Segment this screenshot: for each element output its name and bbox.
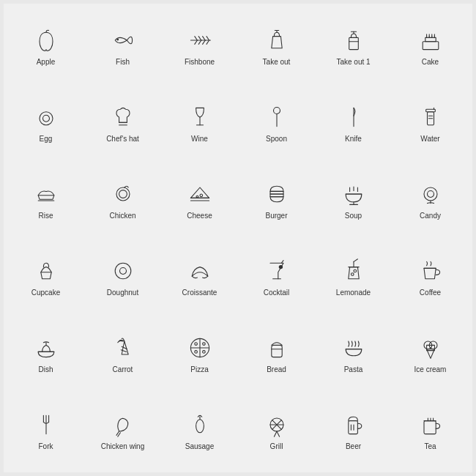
icecream-label: Ice cream	[414, 365, 447, 374]
cake-icon	[416, 26, 445, 55]
svg-rect-39	[270, 191, 283, 194]
fork-label: Fork	[39, 442, 53, 451]
cocktail-label: Cocktail	[264, 289, 290, 297]
chicken-icon	[108, 179, 138, 209]
cupcake-icon	[31, 256, 61, 286]
icon-wine: Wine	[161, 84, 238, 161]
icon-fish: Fish	[84, 7, 161, 84]
svg-point-80	[196, 419, 204, 432]
chicken-label: Chicken	[109, 212, 135, 220]
coffee-icon	[416, 256, 445, 286]
icon-icecream: Ice cream	[392, 315, 469, 392]
svg-rect-88	[348, 420, 357, 434]
beer-label: Beer	[346, 442, 361, 451]
chefshat-icon	[108, 103, 138, 132]
icon-grid: Apple Fish Fishbone	[4, 4, 472, 472]
cheese-label: Cheese	[187, 212, 212, 220]
croissante-label: Croissante	[182, 289, 217, 297]
bread-label: Bread	[267, 365, 286, 374]
burger-icon	[262, 179, 291, 209]
icon-cupcake: Cupcake	[7, 238, 84, 315]
icon-chicken: Chicken	[84, 161, 161, 238]
svg-rect-69	[271, 345, 281, 357]
svg-point-33	[116, 187, 130, 201]
icon-pasta: Pasta	[315, 315, 392, 392]
takeout1-icon	[339, 26, 368, 55]
spoon-label: Spoon	[266, 135, 287, 144]
pasta-label: Pasta	[344, 365, 363, 374]
spoon-icon	[262, 103, 291, 132]
carrot-label: Carrot	[113, 365, 133, 374]
svg-point-19	[42, 115, 49, 122]
svg-rect-28	[425, 109, 435, 112]
coffee-label: Coffee	[420, 289, 441, 297]
bread-icon	[262, 333, 291, 362]
icon-water: Water	[392, 84, 469, 161]
svg-point-37	[200, 194, 203, 197]
icon-cake: Cake	[392, 7, 469, 84]
fork-icon	[31, 410, 61, 439]
icon-takeout1: Take out 1	[315, 7, 392, 84]
chickenwing-label: Chicken wing	[101, 442, 144, 451]
soup-label: Soup	[345, 212, 362, 220]
fishbone-icon	[185, 26, 215, 55]
svg-line-3	[202, 40, 205, 44]
candy-icon	[416, 179, 445, 209]
svg-line-87	[277, 431, 280, 436]
knife-icon	[339, 103, 368, 132]
carrot-icon	[108, 333, 138, 362]
tea-icon	[416, 410, 445, 439]
beer-icon	[339, 410, 368, 439]
fish-label: Fish	[116, 58, 130, 67]
svg-point-56	[351, 272, 354, 275]
lemonade-label: Lemonade	[336, 289, 371, 297]
icon-spoon: Spoon	[238, 84, 315, 161]
svg-point-0	[116, 38, 119, 40]
svg-point-67	[194, 350, 197, 353]
icon-doughnut: Doughnut	[84, 238, 161, 315]
icon-tea: Tea	[392, 392, 469, 469]
svg-line-61	[121, 349, 126, 352]
burger-label: Burger	[265, 212, 287, 220]
svg-point-24	[273, 107, 280, 114]
svg-point-50	[278, 264, 282, 268]
svg-line-4	[198, 36, 201, 40]
svg-point-55	[354, 269, 357, 272]
icon-chickenwing: Chicken wing	[84, 392, 161, 469]
icon-cocktail: Cocktail	[238, 238, 315, 315]
icon-burger: Burger	[238, 161, 315, 238]
icon-dish: Dish	[7, 315, 84, 392]
cheese-icon	[185, 179, 215, 209]
icon-cheese: Cheese	[161, 161, 238, 238]
cocktail-icon	[262, 256, 291, 286]
water-label: Water	[420, 135, 439, 144]
svg-line-2	[202, 36, 205, 40]
pizza-icon	[185, 333, 215, 362]
grill-label: Grill	[270, 442, 283, 451]
icon-soup: Soup	[315, 161, 392, 238]
icon-pizza: Pizza	[161, 315, 238, 392]
chickenwing-icon	[108, 410, 138, 439]
icon-sausage: Sausage	[161, 392, 238, 469]
egg-label: Egg	[40, 135, 53, 144]
cake-label: Cake	[422, 58, 439, 67]
svg-line-7	[194, 40, 197, 44]
svg-rect-8	[349, 37, 358, 49]
takeout1-label: Take out 1	[336, 58, 370, 67]
doughnut-label: Doughnut	[107, 289, 138, 297]
svg-rect-12	[423, 41, 439, 49]
icon-beer: Beer	[315, 392, 392, 469]
icon-grill: Grill	[238, 392, 315, 469]
svg-line-5	[198, 40, 201, 44]
rise-label: Rise	[38, 212, 53, 220]
icon-knife: Knife	[315, 84, 392, 161]
candy-label: Candy	[420, 212, 441, 220]
icon-lemonade: Lemonade	[315, 238, 392, 315]
icon-rise: Rise	[7, 161, 84, 238]
svg-point-48	[119, 267, 126, 274]
croissante-icon	[185, 256, 215, 286]
svg-point-45	[427, 190, 434, 197]
icon-chefshat: Chef's hat	[84, 84, 161, 161]
cupcake-label: Cupcake	[31, 289, 60, 297]
tea-label: Tea	[424, 442, 436, 451]
